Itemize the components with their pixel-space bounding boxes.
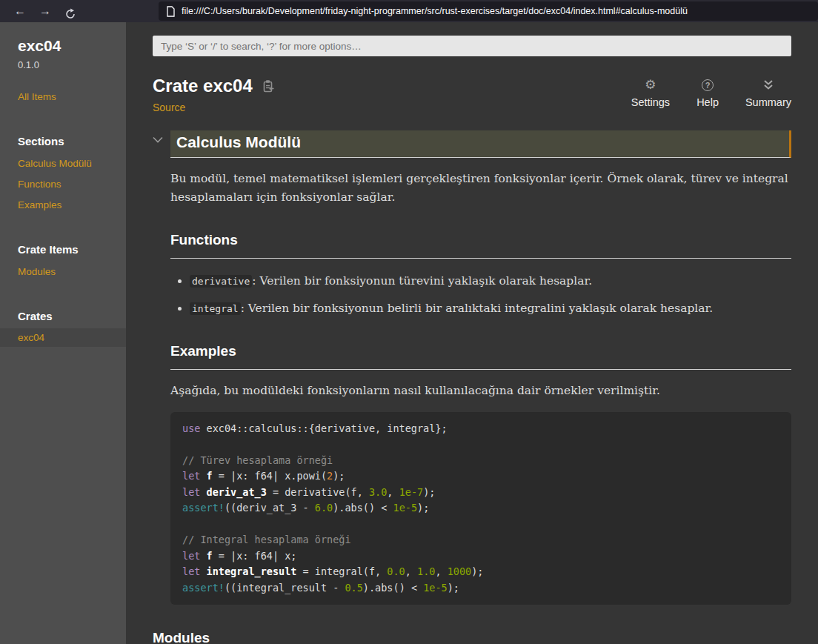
code-line bbox=[182, 517, 779, 533]
code-token: ); bbox=[417, 502, 429, 514]
code-token: let bbox=[182, 470, 200, 482]
forward-icon[interactable]: → bbox=[33, 0, 58, 22]
code-token: 3.0 bbox=[369, 486, 387, 498]
code-line: use exc04::calculus::{derivative, integr… bbox=[182, 421, 779, 437]
url-bar[interactable]: file:///C:/Users/burak/Development/frida… bbox=[159, 1, 818, 21]
function-name-code: integral bbox=[190, 302, 241, 315]
sidebar-crate-version: 0.1.0 bbox=[18, 59, 119, 70]
help-icon: ? bbox=[702, 79, 714, 92]
summary-button[interactable]: Summary bbox=[745, 79, 791, 114]
section-heading-functions: Functions bbox=[170, 229, 791, 259]
list-item: derivative: Verilen bir fonksiyonun türe… bbox=[190, 272, 791, 291]
code-token: 1e-5 bbox=[393, 502, 418, 514]
code-token: ((deriv_at_3 - bbox=[225, 502, 315, 514]
code-token: ).abs() < bbox=[333, 502, 393, 514]
sidebar-item-all-items[interactable]: All Items bbox=[18, 91, 119, 102]
clipboard-icon bbox=[262, 79, 274, 93]
url-text: file:///C:/Users/burak/Development/frida… bbox=[182, 6, 688, 16]
code-token: 0.5 bbox=[345, 582, 362, 594]
settings-button[interactable]: ⚙ Settings bbox=[631, 79, 670, 114]
code-token: , bbox=[435, 565, 447, 577]
page-title: Crate exc04 bbox=[153, 76, 274, 96]
code-token: let bbox=[182, 565, 200, 577]
code-token: f bbox=[200, 550, 212, 562]
code-token: 0.0 bbox=[387, 565, 405, 577]
sidebar-crates-heading: Crates bbox=[18, 310, 119, 322]
code-line: let f = |x: f64| x.powi(2); bbox=[182, 468, 779, 485]
code-token: use bbox=[182, 422, 200, 434]
code-token: assert! bbox=[182, 502, 225, 514]
code-token: // Integral hesaplama örneği bbox=[182, 534, 351, 545]
code-token: exc04::calculus::{derivative, integral}; bbox=[200, 422, 447, 434]
section-heading-examples: Examples bbox=[170, 340, 791, 370]
reload-icon[interactable] bbox=[58, 3, 83, 20]
code-token: 2 bbox=[327, 470, 333, 482]
sidebar-item-functions[interactable]: Functions bbox=[18, 179, 119, 190]
section-heading-modules: Modules bbox=[153, 630, 791, 644]
code-token: , bbox=[405, 565, 417, 577]
code-token: 1000 bbox=[448, 565, 472, 577]
section-heading-calculus-modulu[interactable]: Calculus Modülü bbox=[170, 130, 791, 158]
code-line: let f = |x: f64| x; bbox=[182, 548, 779, 565]
code-token: ((integral_result - bbox=[225, 582, 345, 594]
collapse-toggle-icon[interactable] bbox=[153, 136, 163, 143]
code-line: // Türev hesaplama örneği bbox=[182, 453, 779, 469]
sidebar-item-crate-exc04[interactable]: exc04 bbox=[18, 332, 119, 343]
code-line: let deriv_at_3 = derivative(f, 3.0, 1e-7… bbox=[182, 485, 779, 501]
sidebar-item-examples[interactable]: Examples bbox=[18, 199, 119, 210]
code-token: ); bbox=[333, 470, 345, 482]
examples-intro-paragraph: Aşağıda, bu modüldeki fonksiyonların nas… bbox=[170, 382, 791, 400]
sidebar-crate-items-heading: Crate Items bbox=[18, 243, 119, 256]
functions-list: derivative: Verilen bir fonksiyonun türe… bbox=[170, 272, 791, 318]
code-token: 6.0 bbox=[315, 502, 333, 514]
sidebar-sections-heading: Sections bbox=[18, 135, 119, 147]
code-token: integral_result bbox=[200, 565, 296, 577]
sidebar-item-calculus-modulu[interactable]: Calculus Modülü bbox=[18, 158, 119, 169]
code-token: 1e-7 bbox=[399, 486, 424, 498]
list-item: integral: Verilen bir fonksiyonun belirl… bbox=[190, 299, 791, 318]
search-input[interactable] bbox=[153, 36, 791, 56]
page-title-block: Crate exc04 Source bbox=[153, 76, 274, 114]
copy-path-button[interactable] bbox=[262, 79, 274, 93]
function-name-code: derivative bbox=[190, 275, 252, 288]
page-title-text: Crate exc04 bbox=[153, 76, 253, 96]
code-token: f bbox=[200, 470, 212, 482]
help-label: Help bbox=[696, 96, 719, 108]
docblock: Bu modül, temel matematiksel işlemleri g… bbox=[170, 170, 791, 605]
code-line bbox=[182, 436, 779, 453]
code-token: = derivative(f, bbox=[267, 486, 369, 498]
function-desc: : Verilen bir fonksiyonun belirli bir ar… bbox=[241, 302, 714, 315]
code-line: assert!((deriv_at_3 - 6.0).abs() < 1e-5)… bbox=[182, 500, 779, 517]
settings-label: Settings bbox=[631, 96, 670, 108]
code-line: let integral_result = integral(f, 0.0, 1… bbox=[182, 564, 779, 580]
code-line: // Integral hesaplama örneği bbox=[182, 532, 779, 548]
double-chevron-down-icon bbox=[763, 79, 774, 92]
code-token: = |x: f64| x; bbox=[213, 550, 297, 562]
code-token: = integral(f, bbox=[296, 565, 387, 577]
gear-icon: ⚙ bbox=[645, 79, 656, 92]
code-token: ); bbox=[448, 582, 459, 594]
code-token: let bbox=[182, 550, 200, 562]
summary-label: Summary bbox=[745, 96, 791, 108]
main-content: Crate exc04 Source ⚙ bbox=[126, 22, 818, 644]
function-desc: : Verilen bir fonksiyonun türevini yakla… bbox=[252, 274, 592, 288]
code-token: deriv_at_3 bbox=[200, 486, 266, 498]
back-icon[interactable]: ← bbox=[7, 0, 33, 22]
header-buttons: ⚙ Settings ? Help Summ bbox=[631, 76, 791, 114]
page-icon bbox=[166, 6, 176, 17]
crate-doc-section: Calculus Modülü Bu modül, temel matemati… bbox=[153, 130, 791, 605]
code-line: assert!((integral_result - 0.5).abs() < … bbox=[182, 580, 779, 597]
code-token: , bbox=[387, 486, 399, 498]
source-link[interactable]: Source bbox=[153, 102, 185, 113]
intro-paragraph: Bu modül, temel matematiksel işlemleri g… bbox=[170, 170, 791, 207]
code-token: ).abs() < bbox=[363, 582, 423, 594]
help-button[interactable]: ? Help bbox=[696, 79, 719, 114]
sidebar-crate-title[interactable]: exc04 bbox=[18, 37, 119, 55]
example-code-block: use exc04::calculus::{derivative, integr… bbox=[170, 412, 791, 605]
sidebar-item-modules[interactable]: Modules bbox=[18, 266, 119, 277]
sidebar: exc04 0.1.0 All Items Sections Calculus … bbox=[0, 22, 126, 644]
code-token: ); bbox=[423, 486, 435, 498]
sidebar-current-crate-row[interactable]: exc04 bbox=[0, 328, 126, 347]
code-token: 1e-5 bbox=[423, 582, 448, 594]
code-token: assert! bbox=[182, 582, 225, 594]
